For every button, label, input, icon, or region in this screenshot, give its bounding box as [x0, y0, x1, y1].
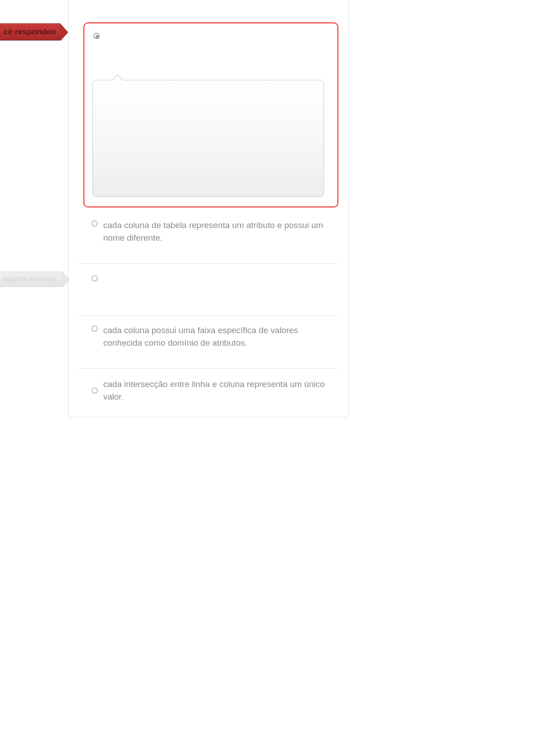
panel-bottom-border — [68, 409, 349, 418]
option-e-text: cada intersecção entre linha e coluna re… — [103, 378, 334, 403]
radio-icon[interactable] — [92, 387, 98, 394]
option-d[interactable]: cada coluna possui uma faixa específica … — [92, 324, 334, 349]
correct-answer-flag: sposta correta — [0, 272, 62, 287]
radio-icon[interactable] — [92, 220, 98, 227]
correct-answer-label: sposta correta — [3, 275, 57, 284]
you-answered-label: cê respondeu — [4, 27, 56, 37]
option-d-text: cada coluna possui uma faixa específica … — [103, 324, 334, 349]
separator — [79, 315, 338, 316]
panel-left-border — [68, 0, 69, 413]
separator — [79, 263, 338, 264]
panel-right-border — [348, 0, 349, 413]
separator — [79, 368, 338, 369]
option-c[interactable] — [92, 274, 334, 281]
question-panel: cê respondeu cada coluna de tabela repre… — [0, 0, 534, 756]
you-answered-flag: cê respondeu — [0, 23, 61, 40]
option-b[interactable]: cada coluna de tabela representa um atri… — [92, 219, 334, 244]
radio-icon[interactable] — [93, 33, 100, 39]
radio-icon[interactable] — [92, 325, 98, 332]
option-e[interactable]: cada intersecção entre linha e coluna re… — [92, 378, 334, 403]
option-b-text: cada coluna de tabela representa um atri… — [103, 219, 334, 244]
radio-icon[interactable] — [92, 275, 98, 281]
feedback-bubble — [92, 80, 324, 197]
